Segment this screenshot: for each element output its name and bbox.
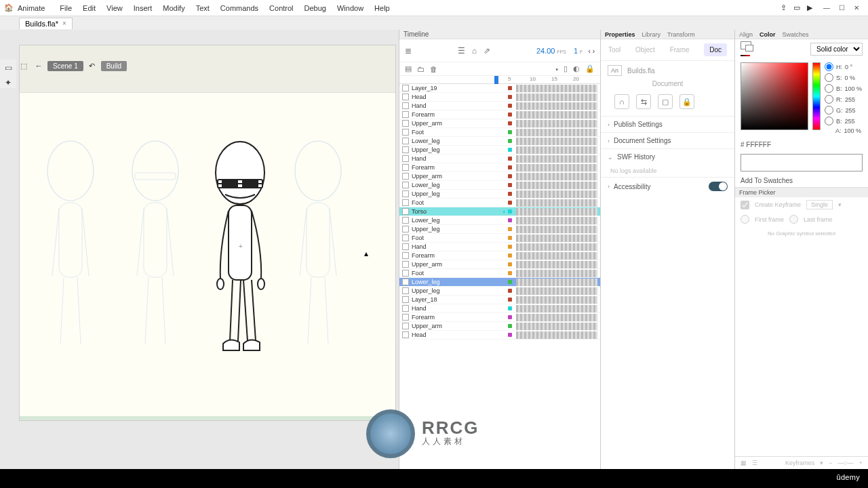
menu-text[interactable]: Text xyxy=(196,4,210,12)
menu-insert[interactable]: Insert xyxy=(134,4,153,12)
layer-visibility-icon[interactable] xyxy=(402,120,409,127)
layer-visibility-icon[interactable] xyxy=(402,111,409,118)
layer-frames[interactable] xyxy=(516,173,597,180)
layer-frames[interactable] xyxy=(516,85,597,92)
layer-visibility-icon[interactable] xyxy=(402,323,409,329)
layer-color-icon[interactable] xyxy=(508,148,512,152)
layer-visibility-icon[interactable] xyxy=(402,217,409,224)
layer-row[interactable]: Foot xyxy=(399,234,600,243)
layer-row[interactable]: Lower_leg xyxy=(399,278,600,287)
layer-row[interactable]: Upper_arm xyxy=(399,260,600,269)
layer-color-icon[interactable] xyxy=(508,174,512,178)
color-field[interactable] xyxy=(741,62,808,130)
character-main[interactable]: + xyxy=(203,140,277,360)
layer-visibility-icon[interactable] xyxy=(402,270,409,277)
layer-color-icon[interactable] xyxy=(508,113,512,117)
layer-row[interactable]: Foot xyxy=(399,269,600,278)
layer-visibility-icon[interactable] xyxy=(402,305,409,312)
share-icon[interactable]: ⇪ xyxy=(781,3,787,12)
layer-color-icon[interactable] xyxy=(508,192,512,196)
scene-arrow-icon[interactable]: ↶ xyxy=(86,60,98,72)
layer-frames[interactable] xyxy=(516,182,597,189)
layer-row[interactable]: Upper_arm xyxy=(399,322,600,331)
section-accessibility[interactable]: › Accessibility xyxy=(601,177,734,195)
layer-row[interactable]: Foot xyxy=(399,128,600,137)
mode-frame[interactable]: Frame xyxy=(670,46,690,54)
menu-debug[interactable]: Debug xyxy=(304,4,326,12)
layer-color-icon[interactable] xyxy=(508,157,512,161)
new-folder-icon[interactable]: 🗀 xyxy=(417,65,425,73)
zoom-in-icon[interactable]: + xyxy=(859,460,863,466)
mode-object[interactable]: Object xyxy=(635,46,655,54)
layer-color-icon[interactable] xyxy=(508,183,512,187)
layer-frames[interactable] xyxy=(516,102,597,110)
add-to-swatches-button[interactable]: Add To Swatches xyxy=(735,174,868,187)
zoom-out-icon[interactable]: − xyxy=(829,460,832,466)
layer-color-icon[interactable] xyxy=(508,165,512,169)
layer-visibility-icon[interactable] xyxy=(402,243,409,250)
layer-visibility-icon[interactable] xyxy=(402,102,409,109)
layer-visibility-icon[interactable] xyxy=(402,208,409,215)
stage-icon[interactable]: ⬚ xyxy=(18,60,30,72)
layer-frames[interactable] xyxy=(516,235,597,242)
section-publish[interactable]: › Publish Settings xyxy=(601,116,734,132)
layer-row[interactable]: Lower_leg xyxy=(399,181,600,190)
menu-file[interactable]: File xyxy=(60,4,72,12)
home-icon[interactable]: 🏠 xyxy=(4,3,14,12)
layer-color-icon[interactable] xyxy=(508,289,512,293)
layer-row[interactable]: Foot xyxy=(399,199,600,207)
layer-row[interactable]: Lower_leg xyxy=(399,137,600,146)
playhead[interactable] xyxy=(494,76,498,84)
layer-visibility-icon[interactable] xyxy=(402,279,409,285)
layer-visibility-icon[interactable] xyxy=(402,261,409,268)
mode-doc[interactable]: Doc xyxy=(704,43,727,56)
layer-row[interactable]: Layer_19 xyxy=(399,84,600,93)
layer-frames[interactable] xyxy=(516,94,597,101)
menu-edit[interactable]: Edit xyxy=(83,4,96,12)
layer-type-icon[interactable]: ≣ xyxy=(405,46,412,56)
layer-frames[interactable] xyxy=(516,252,597,260)
layer-row[interactable]: Hand xyxy=(399,155,600,163)
frame-value[interactable]: 1 xyxy=(574,47,578,55)
tab-align[interactable]: Align xyxy=(739,31,753,38)
doc-settings-icon[interactable]: ∩ xyxy=(614,94,629,109)
layer-color-icon[interactable] xyxy=(508,227,512,231)
window-maximize[interactable]: ☐ xyxy=(834,3,849,14)
layer-visibility-icon[interactable] xyxy=(402,94,409,100)
layer-visibility-icon[interactable] xyxy=(402,296,409,303)
layer-row[interactable]: Forearm xyxy=(399,313,600,322)
layer-color-icon[interactable] xyxy=(508,298,512,302)
layer-color-icon[interactable] xyxy=(508,130,512,134)
layer-color-icon[interactable] xyxy=(508,201,512,205)
layer-row[interactable]: Hand xyxy=(399,304,600,313)
highlight-icon[interactable]: • xyxy=(555,65,558,73)
layer-frames[interactable] xyxy=(516,190,597,198)
camera-icon[interactable]: ⌂ xyxy=(472,46,477,56)
layer-color-icon[interactable] xyxy=(508,324,512,328)
delete-layer-icon[interactable]: 🗑 xyxy=(430,65,437,73)
layer-frames[interactable] xyxy=(516,111,597,119)
tab-close-icon[interactable]: × xyxy=(62,20,66,27)
layer-visibility-icon[interactable] xyxy=(402,173,409,180)
h-radio[interactable] xyxy=(825,62,833,71)
layer-color-icon[interactable] xyxy=(508,333,512,337)
layer-color-icon[interactable] xyxy=(508,306,512,310)
mode-tool[interactable]: Tool xyxy=(608,46,620,54)
stage-canvas[interactable]: + ▴ xyxy=(19,45,396,421)
doc-stage-icon[interactable]: ▢ xyxy=(658,94,673,109)
tab-properties[interactable]: Properties xyxy=(605,31,635,38)
layer-row[interactable]: Upper_leg xyxy=(399,190,600,199)
visibility-icon[interactable]: ◐ xyxy=(573,64,580,73)
layer-visibility-icon[interactable] xyxy=(402,190,409,197)
hex-value[interactable]: FFFFFF xyxy=(746,141,771,148)
lock-icon[interactable]: 🔒 xyxy=(585,64,595,73)
window-close[interactable]: ✕ xyxy=(849,3,864,14)
layer-row[interactable]: Forearm xyxy=(399,110,600,119)
layer-row[interactable]: Hand xyxy=(399,102,600,110)
layer-color-icon[interactable] xyxy=(508,245,512,249)
tab-color[interactable]: Color xyxy=(760,31,776,38)
scene-chip[interactable]: Scene 1 xyxy=(47,61,83,71)
layer-frames[interactable] xyxy=(516,305,597,312)
layer-color-icon[interactable] xyxy=(508,280,512,284)
layer-color-icon[interactable] xyxy=(508,253,512,258)
